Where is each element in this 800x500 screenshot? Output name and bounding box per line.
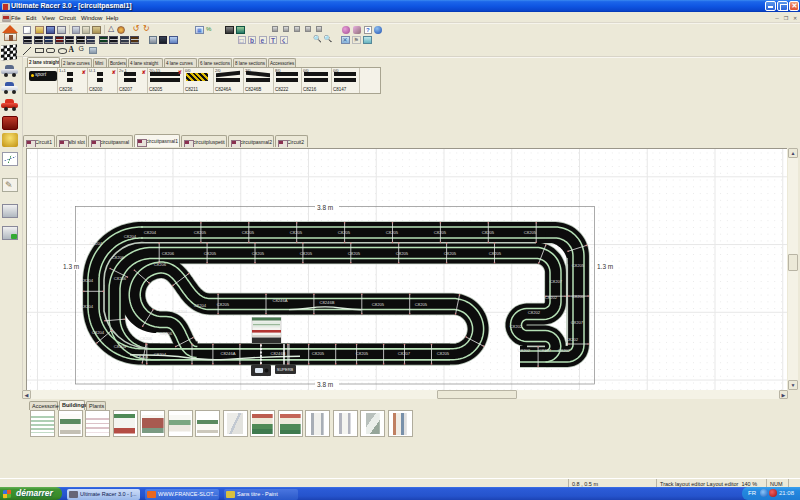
svg-text:C8204: C8204 [154, 352, 167, 357]
svg-text:C8205: C8205 [396, 251, 409, 256]
svg-text:C8204: C8204 [175, 309, 188, 314]
svg-text:C8202: C8202 [510, 324, 523, 329]
svg-text:C8205: C8205 [372, 302, 385, 307]
svg-text:C8246B: C8246B [319, 300, 334, 305]
svg-text:C8205: C8205 [242, 230, 255, 235]
svg-text:C8204: C8204 [114, 344, 127, 349]
svg-text:C8205: C8205 [194, 230, 207, 235]
svg-text:C8246A: C8246A [220, 351, 235, 356]
svg-text:C8204: C8204 [90, 241, 103, 246]
svg-text:C8204: C8204 [92, 330, 105, 335]
svg-text:C8205: C8205 [217, 302, 230, 307]
svg-text:C8206: C8206 [112, 255, 125, 260]
svg-text:SUPERB: SUPERB [277, 367, 294, 372]
svg-text:C8207: C8207 [539, 348, 552, 353]
svg-text:C8205: C8205 [434, 230, 447, 235]
svg-text:C8205: C8205 [572, 263, 585, 268]
svg-text:C8206: C8206 [140, 336, 153, 341]
svg-text:C8205: C8205 [204, 251, 217, 256]
svg-text:C8205: C8205 [437, 351, 450, 356]
svg-text:C8202: C8202 [566, 337, 579, 342]
svg-text:C8205: C8205 [444, 251, 457, 256]
svg-text:C8204: C8204 [81, 304, 94, 309]
svg-text:1.3 m: 1.3 m [597, 263, 613, 270]
svg-text:C8204: C8204 [136, 354, 149, 359]
svg-text:C8205: C8205 [252, 251, 265, 256]
svg-text:C8205: C8205 [300, 251, 313, 256]
svg-text:C8205: C8205 [356, 351, 369, 356]
svg-text:C8202: C8202 [545, 295, 558, 300]
svg-text:C8207: C8207 [550, 279, 563, 284]
svg-text:C8202: C8202 [528, 310, 541, 315]
svg-text:C8205: C8205 [524, 230, 537, 235]
svg-text:1.3 m: 1.3 m [63, 263, 79, 270]
svg-text:C8202: C8202 [558, 348, 571, 353]
svg-text:C8206: C8206 [114, 276, 127, 281]
svg-text:C8200: C8200 [572, 294, 585, 299]
svg-text:C8204: C8204 [144, 230, 157, 235]
svg-text:C8205: C8205 [482, 230, 495, 235]
svg-text:C8202: C8202 [518, 348, 531, 353]
svg-text:C8205: C8205 [338, 230, 351, 235]
svg-text:C8207: C8207 [571, 320, 584, 325]
svg-text:C8206: C8206 [162, 251, 175, 256]
svg-text:C8206: C8206 [160, 331, 173, 336]
svg-text:C8207: C8207 [398, 351, 411, 356]
svg-text:C8205: C8205 [348, 251, 361, 256]
svg-text:C8204: C8204 [194, 303, 207, 308]
svg-text:C8246A: C8246A [272, 298, 287, 303]
svg-text:C8204: C8204 [81, 278, 94, 283]
svg-text:C8204: C8204 [124, 234, 137, 239]
svg-text:3.8 m: 3.8 m [317, 381, 333, 388]
svg-text:C8206: C8206 [154, 262, 167, 267]
svg-text:3.8 m: 3.8 m [317, 204, 333, 211]
svg-text:C8205: C8205 [415, 302, 428, 307]
svg-text:C8205: C8205 [489, 251, 502, 256]
svg-text:C8205: C8205 [290, 230, 303, 235]
svg-text:C8205: C8205 [312, 351, 325, 356]
svg-text:C8205: C8205 [386, 230, 399, 235]
